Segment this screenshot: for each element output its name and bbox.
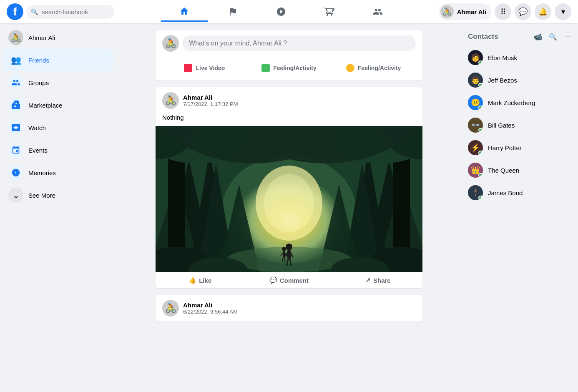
notifications-button[interactable]: 🔔: [535, 3, 551, 20]
contact-jeff[interactable]: 👨 Jeff Bezos: [465, 69, 575, 91]
sidebar-item-events[interactable]: Events: [3, 139, 113, 161]
main-layout: 🚴 Ahmar Ali 👥 Friends Groups Marketplace…: [0, 23, 578, 392]
sidebar-item-marketplace[interactable]: Marketplace: [3, 94, 113, 116]
home-icon: [179, 6, 189, 16]
contact-queen[interactable]: 👑 The Queen: [465, 159, 575, 181]
composer-input[interactable]: [182, 35, 416, 51]
comment-icon-1: 💬: [269, 276, 277, 284]
feeling-label: Feeling/Activity: [358, 65, 401, 71]
search-input[interactable]: [27, 5, 114, 19]
sidebar-label-watch: Watch: [28, 124, 46, 131]
live-video-icon: [184, 64, 192, 72]
contact-name-queen: The Queen: [488, 167, 519, 174]
nav-pages-button[interactable]: [209, 2, 256, 22]
messenger-button[interactable]: 💬: [515, 3, 531, 20]
contact-bill[interactable]: 👓 Bill Gates: [465, 114, 575, 136]
post-card-2: 🚴 Ahmar Ali 6/22/2022, 9:56:44 AM: [156, 295, 422, 322]
contact-avatar-bill: 👓: [468, 118, 483, 133]
grid-menu-button[interactable]: ⠿: [495, 3, 511, 20]
composer-avatar: 🚴: [162, 35, 179, 52]
live-video-button[interactable]: Live Video: [162, 60, 247, 75]
sidebar-item-memories[interactable]: Memories: [3, 162, 113, 183]
contact-avatar-harry: ⚡: [468, 140, 483, 155]
contacts-title: Contacts: [465, 33, 502, 41]
share-button-1[interactable]: ↗ Share: [334, 272, 422, 288]
user-pill[interactable]: 🚴 Ahmar Ali: [439, 3, 491, 20]
contact-elon[interactable]: 🧑 Elon Musk: [465, 47, 575, 68]
nav-home-button[interactable]: [161, 2, 208, 22]
post-image-1: [156, 126, 422, 272]
sidebar-profile-avatar: 🚴: [8, 30, 23, 45]
sidebar-label-friends: Friends: [28, 57, 49, 64]
topnav: f 🔍 🚴 Ahmar Ali ⠿ 💬 🔔 ▾: [0, 0, 578, 23]
comment-button-1[interactable]: 💬 Comment: [244, 272, 333, 288]
feed: 🚴 Live Video Feeling/Activity Feeling/Ac…: [117, 23, 461, 392]
sidebar-item-see-more[interactable]: ⌄ See More: [3, 184, 113, 206]
cart-icon: [324, 7, 334, 17]
sidebar-item-profile[interactable]: 🚴 Ahmar Ali: [3, 27, 113, 48]
contact-mark[interactable]: 😐 Mark Zuckerberg: [465, 92, 575, 113]
user-avatar-topnav: 🚴: [440, 5, 454, 18]
svg-rect-27: [287, 250, 291, 259]
search-icon: 🔍: [31, 8, 38, 15]
composer-top: 🚴: [162, 35, 416, 52]
search-contacts-button[interactable]: 🔍: [546, 30, 560, 43]
more-contacts-button[interactable]: ···: [561, 30, 575, 43]
video-icon: [276, 7, 286, 17]
contacts-actions: 📹 🔍 ···: [531, 30, 575, 43]
online-indicator-bill: [478, 128, 483, 132]
post-author-1: Ahmar Ali: [183, 94, 238, 101]
contact-name-harry: Harry Potter: [488, 144, 522, 151]
post-author-2: Ahmar Ali: [183, 302, 238, 309]
sidebar-profile-name: Ahmar Ali: [28, 34, 55, 41]
watch-icon-sidebar: [8, 120, 23, 135]
sidebar-item-groups[interactable]: Groups: [3, 72, 113, 93]
like-icon-1: 👍: [188, 276, 196, 284]
sidebar-label-groups: Groups: [28, 79, 49, 86]
feeling-button[interactable]: Feeling/Activity: [331, 60, 416, 75]
contact-avatar-jeff: 👨: [468, 73, 483, 88]
nav-friends-button[interactable]: [354, 2, 401, 22]
contact-avatar-queen: 👑: [468, 163, 483, 178]
online-indicator-harry: [478, 151, 483, 155]
sidebar-item-watch[interactable]: Watch: [3, 117, 113, 138]
online-indicator-queen: [478, 173, 483, 177]
like-label-1: Like: [199, 277, 211, 284]
friends-icon-sidebar: 👥: [8, 53, 23, 68]
live-video-label: Live Video: [196, 65, 225, 71]
svg-point-38: [264, 174, 314, 232]
photo-video-icon: [261, 64, 270, 72]
post-time-1: 7/17/2022, 1:17:32 PM: [183, 101, 238, 107]
sidebar-label-memories: Memories: [28, 169, 56, 176]
sidebar-label-marketplace: Marketplace: [28, 102, 63, 109]
flag-icon: [228, 7, 238, 17]
nav-marketplace-button[interactable]: [306, 2, 353, 22]
like-button-1[interactable]: 👍 Like: [156, 272, 244, 288]
photo-video-button[interactable]: Feeling/Activity: [247, 60, 332, 75]
sidebar-item-friends[interactable]: 👥 Friends: [3, 49, 113, 71]
search-wrap: 🔍: [27, 5, 114, 19]
sidebar-label-see-more: See More: [28, 192, 55, 199]
contact-james[interactable]: 🕴 James Bond: [465, 182, 575, 204]
composer-actions: Live Video Feeling/Activity Feeling/Acti…: [162, 57, 416, 75]
nav-watch-button[interactable]: [258, 2, 304, 22]
post-actions-1: 👍 Like 💬 Comment ↗ Share: [156, 272, 422, 288]
account-menu-button[interactable]: ▾: [555, 3, 571, 20]
post-time-2: 6/22/2022, 9:56:44 AM: [183, 309, 238, 315]
contact-name-mark: Mark Zuckerberg: [488, 99, 535, 106]
online-indicator-mark: [478, 106, 483, 110]
video-call-button[interactable]: 📹: [531, 30, 545, 43]
post-avatar-1: 🚴: [162, 92, 179, 109]
contacts-panel: Contacts 📹 🔍 ··· 🧑 Elon Musk 👨 Jeff Bezo…: [461, 23, 578, 392]
photo-video-label: Feeling/Activity: [273, 65, 316, 71]
sidebar: 🚴 Ahmar Ali 👥 Friends Groups Marketplace…: [0, 23, 117, 392]
post-meta-1: Ahmar Ali 7/17/2022, 1:17:32 PM: [183, 94, 238, 107]
facebook-logo[interactable]: f: [7, 3, 23, 20]
post-header-1: 🚴 Ahmar Ali 7/17/2022, 1:17:32 PM: [156, 87, 422, 114]
share-label-1: Share: [373, 277, 391, 284]
events-icon-sidebar: [8, 143, 23, 158]
contact-harry[interactable]: ⚡ Harry Potter: [465, 137, 575, 158]
topnav-right: 🚴 Ahmar Ali ⠿ 💬 🔔 ▾: [439, 3, 571, 20]
post-avatar-2: 🚴: [162, 300, 179, 317]
svg-point-32: [282, 247, 286, 251]
